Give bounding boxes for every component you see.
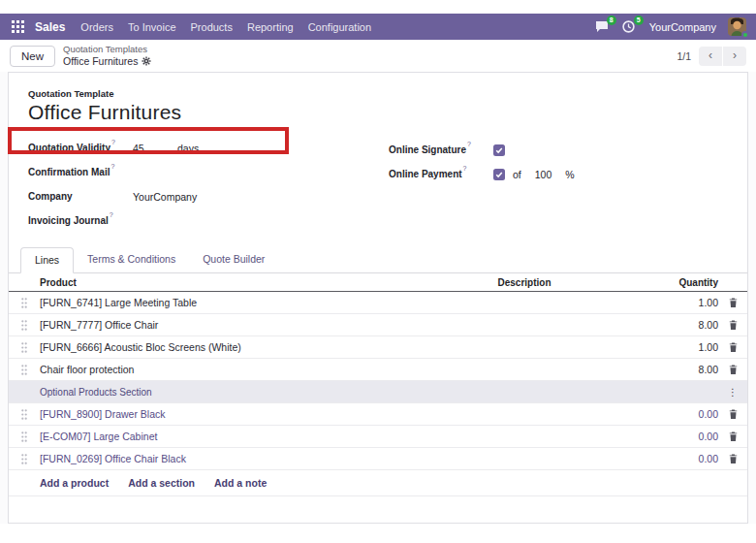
product-quantity[interactable]: 8.00 [650,319,718,331]
drag-handle-icon[interactable] [9,365,40,375]
page-title[interactable]: Office Furnitures [28,101,728,124]
pager-previous-button[interactable]: ‹ [699,47,722,66]
field-online-signature: Online Signature? [389,138,728,162]
field-confirmation-mail: Confirmation Mail? [28,160,389,184]
breadcrumb: Quotation Templates Office Furnitures [63,45,151,67]
pager: ‹ › [699,47,746,66]
table-row[interactable]: [FURN_8900] Drawer Black 0.00 [9,403,747,426]
drag-handle-icon[interactable] [9,409,40,420]
online-payment-checkbox[interactable] [493,169,505,180]
breadcrumb-parent[interactable]: Quotation Templates [63,45,151,55]
company-label: Company [28,191,133,202]
check-icon [495,171,503,178]
menu-products[interactable]: Products [191,21,233,33]
online-signature-label: Online Signature? [389,144,493,155]
delete-row-icon[interactable] [718,454,747,463]
online-signature-checkbox[interactable] [493,144,505,156]
online-payment-of-label: of [513,169,521,180]
quotation-validity-unit: days [177,143,199,154]
product-name[interactable]: [FURN_6666] Acoustic Bloc Screens (White… [40,341,398,353]
new-button[interactable]: New [10,46,55,67]
company-value[interactable]: YourCompany [133,191,197,203]
field-company: Company YourCompany [28,184,389,208]
column-product[interactable]: Product [40,277,398,288]
product-quantity[interactable]: 0.00 [650,453,718,464]
delete-row-icon[interactable] [718,409,747,419]
window-bottom-margin [0,524,756,543]
quotation-validity-input[interactable]: 45 [133,143,177,154]
control-panel: New Quotation Templates Office Furniture… [0,40,756,72]
delete-row-icon[interactable] [718,342,747,352]
table-row[interactable]: [FURN_7777] Office Chair 8.00 [9,314,747,336]
table-row[interactable]: [FURN_6666] Acoustic Bloc Screens (White… [9,336,747,359]
tab-quote-builder[interactable]: Quote Builder [189,247,278,273]
messages-badge: 8 [607,16,616,25]
table-footer-links: Add a product Add a section Add a note [9,470,747,496]
product-name[interactable]: [FURN_8900] Drawer Black [40,408,398,420]
delete-row-icon[interactable] [718,365,747,374]
product-name[interactable]: Chair floor protection [40,364,398,375]
app-name[interactable]: Sales [35,20,65,34]
section-row[interactable]: Optional Products Section ⋮ [9,381,747,403]
drag-handle-icon[interactable] [9,431,40,442]
tab-lines[interactable]: Lines [20,247,74,273]
quotation-validity-label: Quotation Validity? [28,142,133,153]
menu-orders[interactable]: Orders [80,21,113,33]
company-switcher[interactable]: YourCompany [649,21,716,33]
delete-row-icon[interactable] [718,320,747,330]
help-icon: ? [110,211,113,218]
product-quantity[interactable]: 1.00 [650,297,718,308]
action-gear-icon[interactable] [142,56,151,66]
product-quantity[interactable]: 0.00 [650,408,718,420]
drag-handle-icon[interactable] [9,298,40,308]
section-name[interactable]: Optional Products Section [40,387,398,398]
product-name[interactable]: [E-COM07] Large Cabinet [40,431,398,442]
pager-count: 1/1 [677,50,691,62]
notebook-tabs: Lines Terms & Conditions Quote Builder [9,246,747,273]
section-menu-icon[interactable]: ⋮ [718,387,747,398]
product-name[interactable]: [FURN_7777] Office Chair [40,319,398,331]
product-name[interactable]: [FURN_0269] Office Chair Black [40,453,398,464]
activities-clock-icon[interactable]: 5 [622,20,638,34]
menu-to-invoice[interactable]: To Invoice [128,21,176,33]
column-description[interactable]: Description [398,277,650,288]
online-payment-amount-input[interactable]: 100 [535,169,552,180]
breadcrumb-current: Office Furnitures [63,55,151,67]
table-row[interactable]: Chair floor protection 8.00 [9,359,747,381]
product-quantity[interactable]: 0.00 [650,431,718,442]
online-payment-label: Online Payment? [389,168,493,179]
drag-handle-icon[interactable] [9,320,40,331]
table-row[interactable]: [E-COM07] Large Cabinet 0.00 [9,426,747,448]
product-quantity[interactable]: 8.00 [650,364,718,375]
form-sheet: Quotation Template Office Furnitures Quo… [8,72,748,524]
lines-table: Product Description Quantity [FURN_6741]… [9,273,747,496]
table-row[interactable]: [FURN_0269] Office Chair Black 0.00 [9,448,747,470]
field-online-payment: Online Payment? of 100 % [389,162,728,186]
menu-configuration[interactable]: Configuration [308,21,371,33]
delete-row-icon[interactable] [718,431,747,441]
content-background: Quotation Template Office Furnitures Quo… [0,72,756,524]
online-payment-percent-label: % [565,169,574,180]
product-quantity[interactable]: 1.00 [650,341,718,353]
table-row[interactable]: [FURN_6741] Large Meeting Table 1.00 [9,292,747,314]
apps-grid-icon[interactable] [10,19,25,35]
drag-handle-icon[interactable] [9,342,40,353]
menu-reporting[interactable]: Reporting [247,21,294,33]
drag-handle-icon[interactable] [9,454,40,464]
product-name[interactable]: [FURN_6741] Large Meeting Table [40,297,398,308]
column-quantity[interactable]: Quantity [650,277,718,288]
check-icon [495,146,503,154]
add-product-link[interactable]: Add a product [40,477,109,489]
confirmation-mail-label: Confirmation Mail? [28,166,133,177]
user-avatar[interactable] [728,17,746,36]
activities-badge: 5 [634,16,644,25]
pager-next-button[interactable]: › [723,47,746,66]
tab-terms-conditions[interactable]: Terms & Conditions [74,247,189,273]
main-navbar: Sales Orders To Invoice Products Reporti… [0,14,756,40]
add-section-link[interactable]: Add a section [128,477,195,489]
delete-row-icon[interactable] [718,298,747,307]
online-status-dot [741,31,749,39]
add-note-link[interactable]: Add a note [214,477,267,489]
help-icon: ? [111,139,115,145]
messages-icon[interactable]: 8 [595,20,611,34]
